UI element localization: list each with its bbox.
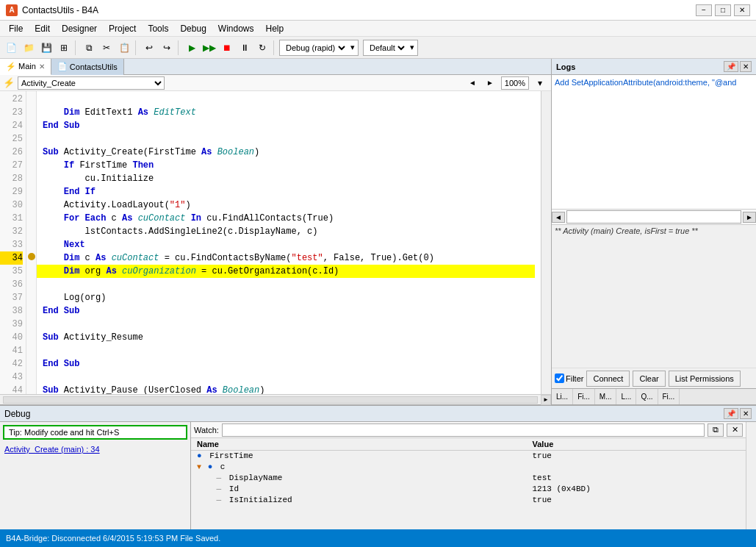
cut-button[interactable]: ✂ [98,40,115,56]
variables-table: Name Value ● FirstTime true [191,438,746,529]
logs-scroll-left[interactable]: ◄ [552,212,565,223]
watch-bar: Watch: ⧉ ✕ [191,422,746,438]
run-button[interactable]: ▶ [184,40,200,56]
watch-label: Watch: [194,426,219,435]
menu-help[interactable]: Help [260,22,290,35]
code-content[interactable]: 22232425 26272829 30313233 34 353637 383… [0,91,551,394]
zoom-level: 100% [501,76,529,90]
tab-contactsutils[interactable]: 📄 ContactsUtils [51,59,124,75]
logs-content[interactable]: Add SetApplicationAttribute(android:them… [552,75,756,209]
build-mode-select[interactable]: Default [367,43,407,53]
logs-filter-input[interactable] [566,210,741,224]
code-scrollbar-h[interactable]: ► [0,394,551,404]
menu-edit[interactable]: Edit [29,22,56,35]
sub-picker-select[interactable]: Activity_Create [18,76,165,90]
open-button[interactable]: 📁 [21,40,37,56]
toolbar: 📄 📁 💾 ⊞ ⧉ ✂ 📋 ↩ ↪ ▶ ▶▶ ⏹ ⏸ ↻ Debug (rapi… [0,37,756,59]
build-mode-dropdown[interactable]: Default ▾ [363,40,418,56]
debug-close-button[interactable]: ✕ [740,408,752,419]
copy-button[interactable]: ⧉ [81,40,97,56]
var-row-firsttime: ● FirstTime true [191,451,746,462]
filter-checkbox-label[interactable]: Filter [555,373,583,383]
var-row-c: ▼ ● c [191,462,746,473]
var-name-c: ▼ ● c [191,462,527,473]
col-value: Value [527,438,746,451]
maximize-button[interactable]: □ [715,4,731,16]
tab-contactsutils-label: ContactsUtils [70,62,118,71]
debug-pin-button[interactable]: 📌 [724,408,738,419]
separator3 [178,40,181,55]
debug-scrollbar-v[interactable] [746,422,756,529]
var-dash-id: — [217,485,222,493]
log-tab-li[interactable]: Li... [552,389,573,404]
pause-button[interactable]: ⏸ [237,40,253,56]
watch-copy-button[interactable]: ⧉ [708,423,724,437]
log-tab-m[interactable]: M... [595,389,617,404]
tab-contactsutils-icon: 📄 [57,62,68,71]
logs-close-button[interactable]: ✕ [740,61,752,72]
debug-header: Debug 📌 ✕ [0,406,756,422]
paste-button[interactable]: 📋 [116,40,132,56]
separator4 [273,40,276,55]
code-lines[interactable]: Dim EditText1 As EditText End Sub Sub Ac… [37,91,541,394]
var-value-id: 1213 (0x4BD) [527,484,746,495]
col-name: Name [191,438,527,451]
stop-button[interactable]: ⏹ [219,40,235,56]
var-name-firsttime: ● FirstTime [191,451,527,462]
debug-area: Debug 📌 ✕ Tip: Modify code and hit Ctrl+… [0,404,756,529]
menu-file[interactable]: File [3,22,29,35]
refresh-button[interactable]: ↻ [254,40,270,56]
run-rapid-button[interactable]: ▶▶ [201,40,217,56]
window-controls: − □ ✕ [696,4,750,16]
undo-button[interactable]: ↩ [141,40,157,56]
var-row-displayname: — DisplayName test [191,473,746,484]
logs-tabs: Li... Fi... M... L... Q... Fi... [552,388,756,404]
var-value-displayname: test [527,473,746,484]
grid-button[interactable]: ⊞ [56,40,72,56]
debug-title: Debug [4,409,30,419]
tab-main[interactable]: ⚡ Main ✕ [0,59,51,75]
logs-title: Logs [556,62,575,71]
debug-right: Watch: ⧉ ✕ Name Value [191,422,746,529]
callstack-item[interactable]: Activity_Create (main) : 34 [3,444,187,454]
menu-designer[interactable]: Designer [56,22,103,35]
debug-mode-dropdown[interactable]: Debug (rapid) ▾ [279,40,359,56]
redo-button[interactable]: ↪ [159,40,175,56]
clear-button[interactable]: Clear [633,371,665,387]
menu-tools[interactable]: Tools [142,22,174,35]
separator2 [135,40,138,55]
main-area: ⚡ Main ✕ 📄 ContactsUtils ⚡ Activity_Crea… [0,59,756,404]
logs-pin-button[interactable]: 📌 [724,61,738,72]
status-text: B4A-Bridge: Disconnected 6/4/2015 5:19:5… [6,534,220,543]
code-scrollbar-v[interactable] [541,91,551,394]
scroll-right-arrow[interactable]: ► [541,395,551,405]
app-icon: A [6,4,18,16]
scroll-right-button[interactable]: ► [482,75,498,91]
watch-input[interactable] [222,423,705,437]
scroll-left-button[interactable]: ◄ [464,75,480,91]
debug-mode-select[interactable]: Debug (rapid) [283,43,348,53]
menu-windows[interactable]: Windows [212,22,260,35]
menu-debug[interactable]: Debug [174,22,212,35]
new-button[interactable]: 📄 [3,40,19,56]
save-button[interactable]: 💾 [38,40,54,56]
watch-clear-button[interactable]: ✕ [727,423,743,437]
var-row-isinitialized: — IsInitialized true [191,495,746,506]
tab-main-close[interactable]: ✕ [39,62,45,71]
filter-checkbox[interactable] [555,373,564,383]
menu-project[interactable]: Project [103,22,142,35]
close-button[interactable]: ✕ [734,4,750,16]
list-permissions-button[interactable]: List Permissions [669,371,741,387]
line-numbers: 22232425 26272829 30313233 34 353637 383… [0,91,26,394]
minimize-button[interactable]: − [696,4,712,16]
zoom-dropdown-btn[interactable]: ▾ [532,75,548,91]
var-expand-c[interactable]: ▼ [197,463,201,471]
logs-scroll-right[interactable]: ► [743,212,756,223]
log-tab-fi[interactable]: Fi... [573,389,595,404]
log-tab-fi2[interactable]: Fi... [658,389,680,404]
var-value-c [527,462,746,473]
separator1 [75,40,78,55]
log-tab-l[interactable]: L... [616,389,636,404]
log-tab-q[interactable]: Q... [636,389,658,404]
connect-button[interactable]: Connect [586,371,630,387]
